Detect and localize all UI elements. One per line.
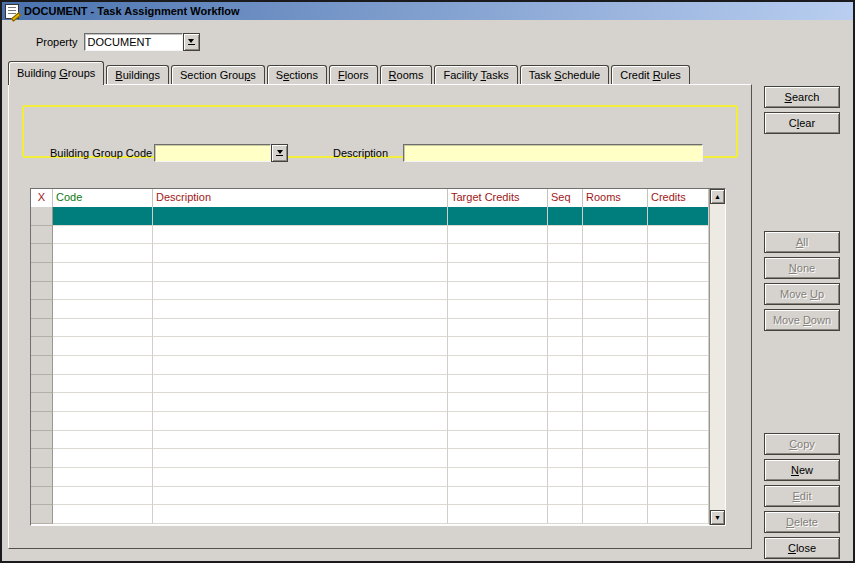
building-group-code-input[interactable]	[154, 144, 271, 162]
table-cell	[583, 207, 648, 226]
row-selector-cell	[31, 319, 53, 338]
table-cell	[648, 393, 709, 412]
table-cell	[448, 412, 548, 431]
property-input[interactable]	[84, 33, 183, 51]
close-button[interactable]: Close	[764, 537, 840, 559]
new-button[interactable]: New	[764, 459, 840, 481]
table-row[interactable]	[31, 412, 709, 431]
table-cell	[548, 449, 583, 468]
building-group-code-dropdown-button[interactable]	[271, 144, 288, 162]
building-group-code-label: Building Group Code	[50, 147, 152, 159]
tab-section-groups[interactable]: Section Groups	[171, 65, 265, 84]
table-cell	[583, 337, 648, 356]
table-row[interactable]	[31, 431, 709, 450]
table-cell	[153, 207, 448, 226]
table-cell	[153, 300, 448, 319]
column-header-rooms: Rooms	[583, 189, 648, 207]
table-cell	[648, 263, 709, 282]
table-cell	[648, 207, 709, 226]
table-cell	[448, 393, 548, 412]
all-button: All	[764, 231, 840, 253]
row-selector-cell	[31, 487, 53, 506]
table-row[interactable]	[31, 449, 709, 468]
table-row[interactable]	[31, 263, 709, 282]
row-selector-cell	[31, 226, 53, 245]
row-selector-cell	[31, 337, 53, 356]
column-header-x: X	[31, 189, 53, 207]
table-cell	[448, 449, 548, 468]
table-row[interactable]	[31, 337, 709, 356]
table-row[interactable]	[31, 282, 709, 301]
table-cell	[583, 226, 648, 245]
table-row[interactable]	[31, 487, 709, 506]
table-cell	[648, 412, 709, 431]
row-selector-cell	[31, 431, 53, 450]
table-cell	[583, 505, 648, 524]
table-row[interactable]	[31, 505, 709, 524]
table-cell	[548, 487, 583, 506]
table-cell	[583, 393, 648, 412]
move-down-button: Move Down	[764, 309, 840, 331]
table-cell	[53, 412, 153, 431]
scrollbar-track[interactable]	[710, 204, 725, 510]
table-cell	[448, 300, 548, 319]
action-group-record: CopyNewEditDeleteClose	[764, 433, 840, 559]
tab-buildings[interactable]: Buildings	[106, 65, 169, 84]
table-cell	[548, 300, 583, 319]
table-cell	[53, 393, 153, 412]
table-cell	[153, 393, 448, 412]
table-cell	[548, 468, 583, 487]
table-row[interactable]	[31, 356, 709, 375]
description-input[interactable]	[403, 144, 703, 162]
row-selector-cell	[31, 207, 53, 226]
table-cell	[648, 487, 709, 506]
dropdown-arrow-icon	[277, 150, 283, 154]
table-row[interactable]	[31, 319, 709, 338]
scrollbar-down-button[interactable]: ▼	[710, 510, 725, 525]
dropdown-bar-icon	[276, 155, 283, 156]
tab-building-groups[interactable]: Building Groups	[8, 61, 104, 85]
table-row[interactable]	[31, 244, 709, 263]
app-window: DOCUMENT - Task Assignment Workflow Prop…	[0, 0, 855, 563]
table-cell	[153, 487, 448, 506]
table-row[interactable]	[31, 468, 709, 487]
none-button: None	[764, 257, 840, 279]
scrollbar-up-button[interactable]: ▲	[710, 189, 725, 204]
tab-floors[interactable]: Floors	[329, 65, 378, 84]
table-cell	[153, 468, 448, 487]
vertical-scrollbar[interactable]: ▲ ▼	[709, 189, 725, 525]
table-cell	[53, 300, 153, 319]
tab-rooms[interactable]: Rooms	[380, 65, 433, 84]
tab-sections[interactable]: Sections	[267, 65, 327, 84]
table-cell	[53, 226, 153, 245]
tab-task-schedule[interactable]: Task Schedule	[520, 65, 610, 84]
table-row[interactable]	[31, 375, 709, 394]
table-row[interactable]	[31, 300, 709, 319]
table-cell	[548, 319, 583, 338]
clear-button[interactable]: Clear	[764, 112, 840, 134]
table-cell	[153, 449, 448, 468]
tab-credit-rules[interactable]: Credit Rules	[611, 65, 690, 84]
search-button[interactable]: Search	[764, 86, 840, 108]
table-row[interactable]	[31, 207, 709, 226]
table-cell	[648, 375, 709, 394]
table-cell	[548, 263, 583, 282]
table-cell	[648, 300, 709, 319]
row-selector-cell	[31, 393, 53, 412]
row-selector-cell	[31, 449, 53, 468]
table-cell	[448, 375, 548, 394]
content-panel: Building Group Code Description XCodeDes…	[8, 84, 752, 549]
column-header-seq: Seq	[548, 189, 583, 207]
property-dropdown-button[interactable]	[183, 33, 200, 51]
up-arrow-icon: ▲	[714, 193, 721, 200]
grid-header: XCodeDescriptionTarget CreditsSeqRoomsCr…	[31, 189, 725, 208]
row-selector-cell	[31, 375, 53, 394]
table-row[interactable]	[31, 226, 709, 245]
tab-facility-tasks[interactable]: Facility Tasks	[434, 65, 517, 84]
table-cell	[153, 375, 448, 394]
property-label: Property	[36, 36, 78, 48]
table-cell	[53, 449, 153, 468]
column-header-code: Code	[53, 189, 153, 207]
table-cell	[53, 319, 153, 338]
table-row[interactable]	[31, 393, 709, 412]
